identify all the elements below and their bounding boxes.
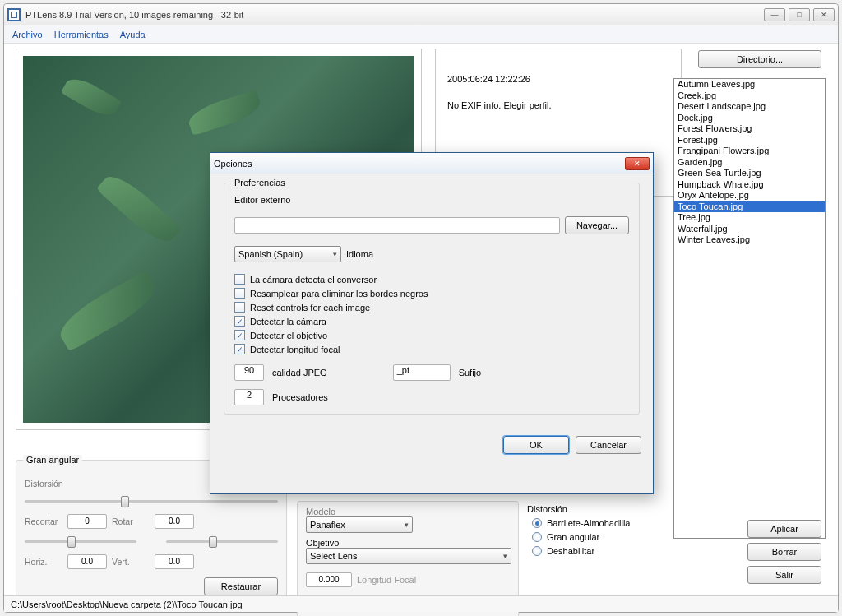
file-item[interactable]: Winter Leaves.jpg xyxy=(674,234,825,246)
model-label: Modelo xyxy=(306,507,510,516)
file-item[interactable]: Desert Landscape.jpg xyxy=(674,101,825,113)
focal-label: Longitud Focal xyxy=(357,575,416,585)
options-dialog: Opciones ✕ Preferencias Editor externo N… xyxy=(210,152,654,494)
app-icon xyxy=(7,8,21,21)
jpeg-quality-input[interactable]: 90 xyxy=(234,364,264,381)
file-item[interactable]: Dock.jpg xyxy=(674,113,825,124)
menu-file[interactable]: Archivo xyxy=(12,30,43,39)
rotate-slider[interactable] xyxy=(166,540,278,543)
processors-label: Procesadores xyxy=(272,392,328,402)
browse-button[interactable]: Navegar... xyxy=(565,216,629,234)
chk-focal[interactable]: ✓ xyxy=(234,344,245,354)
file-item[interactable]: Frangipani Flowers.jpg xyxy=(674,146,825,157)
chk-focal-label: Detectar longitud focal xyxy=(250,345,340,354)
processors-input[interactable]: 2 xyxy=(234,389,264,405)
wideangle-title: Gran angular xyxy=(23,455,82,465)
statusbar: C:\Users\root\Desktop\Nueva carpeta (2)\… xyxy=(4,595,838,612)
apply-button[interactable]: Aplicar xyxy=(747,520,821,538)
suffix-input[interactable]: _pt xyxy=(393,364,451,381)
directory-button[interactable]: Directorio... xyxy=(698,50,821,68)
ext-editor-input[interactable] xyxy=(234,217,560,234)
file-item[interactable]: Toco Toucan.jpg xyxy=(674,201,825,213)
ok-button[interactable]: OK xyxy=(503,436,569,454)
file-item[interactable]: Green Sea Turtle.jpg xyxy=(674,168,825,179)
action-buttons: Aplicar Borrar Salir xyxy=(747,520,821,584)
menubar: Archivo Herramientas Ayuda xyxy=(4,25,838,44)
chk-camera[interactable]: ✓ xyxy=(234,316,245,327)
file-item[interactable]: Forest.jpg xyxy=(674,135,825,146)
chk-converter[interactable] xyxy=(234,274,245,285)
chk-lens[interactable]: ✓ xyxy=(234,330,245,340)
radio-barrel-label: Barrilete-Almohadilla xyxy=(547,518,631,528)
language-select[interactable]: Spanish (Spain) xyxy=(234,246,341,262)
focal-input[interactable]: 0.000 xyxy=(306,572,352,587)
ext-editor-label: Editor externo xyxy=(234,195,629,205)
radio-wide-label: Gran angular xyxy=(547,532,599,542)
radio-wide[interactable] xyxy=(532,532,542,542)
file-list[interactable]: Autumn Leaves.jpgCreek.jpgDesert Landsca… xyxy=(673,78,826,539)
radio-barrel[interactable] xyxy=(532,518,542,528)
chk-resample-label: Resamplear para eliminar los bordes negr… xyxy=(250,289,428,299)
horiz-input[interactable]: 0.0 xyxy=(67,554,107,569)
file-item[interactable]: Autumn Leaves.jpg xyxy=(674,79,825,90)
file-item[interactable]: Forest Flowers.jpg xyxy=(674,123,825,135)
menu-help[interactable]: Ayuda xyxy=(120,30,146,39)
rotate-label: Rotar xyxy=(112,516,150,526)
dialog-close-button[interactable]: ✕ xyxy=(625,157,650,170)
crop-label: Recortar xyxy=(25,516,62,526)
chk-reset[interactable] xyxy=(234,302,245,313)
window-title: PTLens 8.9 Trial Version, 10 images rema… xyxy=(25,10,764,20)
restore-button[interactable]: Restaurar xyxy=(204,577,278,595)
cancel-button[interactable]: Cancelar xyxy=(576,436,641,454)
file-item[interactable]: Waterfall.jpg xyxy=(674,224,825,235)
close-button[interactable]: ✕ xyxy=(813,8,835,21)
file-item[interactable]: Creek.jpg xyxy=(674,90,825,102)
minimize-button[interactable]: — xyxy=(764,8,785,21)
jpeg-quality-label: calidad JPEG xyxy=(272,368,327,377)
exif-info: No EXIF info. Elegir perfil. xyxy=(447,100,669,110)
language-label: Idioma xyxy=(346,249,373,259)
suffix-label: Sufijo xyxy=(459,368,482,377)
rotate-input[interactable]: 0.0 xyxy=(155,514,194,529)
distortion-slider[interactable] xyxy=(25,500,278,503)
maximize-button[interactable]: □ xyxy=(789,8,810,21)
distortion-label: Distorsión xyxy=(25,479,62,489)
clear-button[interactable]: Borrar xyxy=(747,543,821,561)
file-item[interactable]: Oryx Antelope.jpg xyxy=(674,190,825,201)
prefs-group-title: Preferencias xyxy=(231,178,289,188)
model-select[interactable]: Panaflex xyxy=(306,516,413,533)
crop-slider[interactable] xyxy=(25,540,136,543)
distortion-panel: Distorsión Barrilete-Almohadilla Gran an… xyxy=(527,501,662,608)
file-item[interactable]: Humpback Whale.jpg xyxy=(674,179,825,191)
vert-label: Vert. xyxy=(112,557,150,567)
lens-label: Objetivo xyxy=(306,538,510,548)
vert-input[interactable]: 0.0 xyxy=(155,554,194,569)
menu-tools[interactable]: Herramientas xyxy=(54,30,109,39)
chk-camera-label: Detectar la cámara xyxy=(250,317,326,327)
chk-reset-label: Reset controls for each image xyxy=(250,303,370,313)
distortion-title: Distorsión xyxy=(527,504,662,514)
exif-timestamp: 2005:06:24 12:22:26 xyxy=(447,74,669,84)
radio-disable-label: Deshabilitar xyxy=(547,546,594,556)
crop-input[interactable]: 0 xyxy=(67,514,107,529)
chk-converter-label: La cámara detecta el conversor xyxy=(250,275,377,285)
chk-resample[interactable] xyxy=(234,288,245,299)
horiz-label: Horiz. xyxy=(25,557,62,567)
exit-button[interactable]: Salir xyxy=(747,566,821,584)
dialog-title: Opciones xyxy=(214,159,625,169)
titlebar: PTLens 8.9 Trial Version, 10 images rema… xyxy=(4,4,838,25)
lens-select[interactable]: Select Lens xyxy=(306,548,511,564)
chk-lens-label: Detectar el objetivo xyxy=(250,331,327,340)
file-item[interactable]: Garden.jpg xyxy=(674,157,825,169)
radio-disable[interactable] xyxy=(532,546,542,556)
file-item[interactable]: Tree.jpg xyxy=(674,212,825,224)
